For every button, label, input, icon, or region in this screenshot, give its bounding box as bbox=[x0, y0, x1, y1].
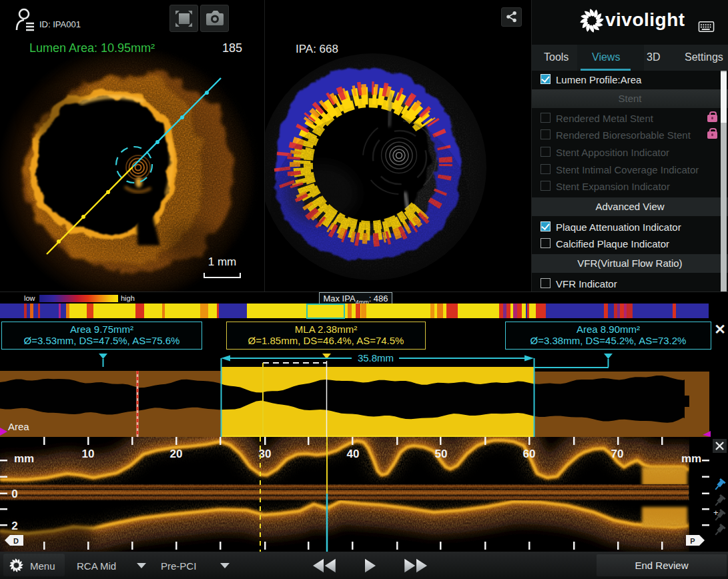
svg-text:40: 40 bbox=[347, 448, 360, 460]
svg-text:P: P bbox=[690, 537, 695, 545]
svg-text:50: 50 bbox=[435, 448, 448, 460]
svg-text:20: 20 bbox=[170, 448, 183, 460]
svg-text:+: + bbox=[713, 508, 719, 518]
svg-text:D: D bbox=[13, 537, 19, 545]
svg-text:0: 0 bbox=[11, 488, 17, 500]
svg-text:35.8mm: 35.8mm bbox=[358, 352, 394, 364]
svg-text:70: 70 bbox=[611, 448, 624, 460]
svg-text:60: 60 bbox=[523, 448, 536, 460]
svg-text:2: 2 bbox=[11, 520, 17, 532]
svg-text:10: 10 bbox=[82, 448, 95, 460]
svg-text:mm: mm bbox=[681, 452, 701, 465]
svg-text:mm: mm bbox=[14, 452, 34, 465]
